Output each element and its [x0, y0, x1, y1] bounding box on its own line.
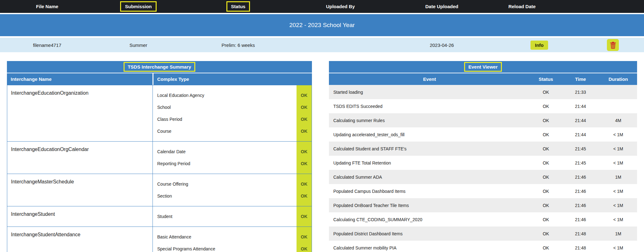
- column-header-interchange-name: Interchange Name: [7, 73, 153, 85]
- date-uploaded-value: 2023-04-26: [387, 42, 497, 48]
- event-viewer-title-bar: Event Viewer: [329, 61, 637, 73]
- time-cell: 21:46: [562, 189, 599, 194]
- time-cell: 21:45: [562, 146, 599, 151]
- complex-type-row: Reporting Period OK: [153, 158, 312, 170]
- time-cell: 21:44: [562, 104, 599, 109]
- event-row: Populated District Dashboard Items OK 21…: [329, 227, 637, 241]
- event-row: Calculating summer Rules OK 21:44 4M: [329, 113, 637, 127]
- delete-button[interactable]: [607, 39, 619, 51]
- time-cell: 21:46: [562, 203, 599, 208]
- event-cell: Calculating summer Rules: [329, 118, 530, 123]
- complex-type-label: Basic Attendance: [153, 234, 297, 239]
- complex-type-row: Course Offering OK: [153, 178, 312, 190]
- school-year-banner: 2022 - 2023 School Year: [0, 14, 644, 36]
- info-button[interactable]: Info: [530, 41, 548, 50]
- interchange-row: InterchangeMasterSchedule Course Offerin…: [7, 174, 312, 206]
- complex-type-list: Local Education Agency OK School OK Clas…: [153, 85, 312, 141]
- event-viewer-highlight-box: Event Viewer: [464, 62, 502, 72]
- status-cell: OK: [530, 203, 562, 208]
- duration-cell: < 1M: [599, 217, 637, 222]
- time-cell: 21:44: [562, 132, 599, 137]
- complex-type-row: Section OK: [153, 190, 312, 202]
- column-header-time: Time: [562, 76, 599, 82]
- complex-type-label: Student: [153, 214, 297, 219]
- column-header-submission: Submission: [94, 1, 182, 12]
- interchange-row: InterchangeStudent Student OK: [7, 206, 312, 227]
- status-cell: OK: [530, 217, 562, 222]
- event-cell: Populated Campus Dashboard Items: [329, 189, 530, 194]
- complex-type-label: Class Period: [153, 117, 297, 122]
- status-cell: OK: [530, 231, 562, 236]
- status-cell: OK: [530, 146, 562, 151]
- column-label: Uploaded By: [326, 4, 355, 9]
- complex-type-label: Local Education Agency: [153, 93, 297, 98]
- status-cell: OK: [530, 245, 562, 250]
- event-row: Calculated Student and STAFF FTE's OK 21…: [329, 142, 637, 156]
- status-cell: OK: [530, 175, 562, 180]
- column-header-uploaded-by: Uploaded By: [294, 4, 387, 9]
- submission-highlight-box: Submission: [120, 1, 156, 12]
- time-cell: 21:44: [562, 118, 599, 123]
- column-header-event: Event: [329, 76, 530, 82]
- complex-type-list: Student OK: [153, 206, 312, 227]
- duration-cell: < 1M: [599, 132, 637, 137]
- interchange-row: InterchangeStudentAttendance Basic Atten…: [7, 227, 312, 252]
- complex-type-status: OK: [297, 93, 312, 98]
- event-viewer-panel: Event Viewer Event Status Time Duration …: [329, 61, 637, 252]
- complex-type-status: OK: [297, 234, 312, 239]
- complex-type-label: Section: [153, 193, 297, 199]
- interchange-summary-title-bar: TSDS Interchange Summary: [7, 61, 312, 73]
- complex-type-row: School OK: [153, 101, 312, 113]
- duration-cell: 1M: [599, 231, 637, 236]
- column-header-status: Status: [182, 1, 294, 12]
- event-cell: Calculated Student and STAFF FTE's: [329, 146, 530, 151]
- complex-type-status: OK: [297, 246, 312, 251]
- status-highlight-box: Status: [226, 1, 250, 12]
- event-cell: Populated District Dashboard Items: [329, 231, 530, 236]
- status-cell: OK: [530, 90, 562, 95]
- event-cell: Calculated Summer mobility PIA: [329, 245, 530, 250]
- event-cell: Updating accelerated_tester_ods_fill: [329, 132, 530, 137]
- interchange-table-body: InterchangeEducationOrganization Local E…: [7, 85, 312, 252]
- column-label: File Name: [36, 4, 58, 9]
- interchange-name: InterchangeStudent: [7, 206, 153, 227]
- event-row: Updating FTE Total Retention OK 21:45 < …: [329, 156, 637, 170]
- status-value: Prelim: 6 weeks: [182, 42, 294, 48]
- interchange-name: InterchangeEducationOrgCalendar: [7, 142, 153, 174]
- complex-type-row: Calendar Date OK: [153, 146, 312, 158]
- time-cell: 21:46: [562, 217, 599, 222]
- time-cell: 21:48: [562, 231, 599, 236]
- event-row: TSDS EDITS Succeeded OK 21:44: [329, 99, 637, 113]
- status-cell: OK: [530, 160, 562, 165]
- event-cell: TSDS EDITS Succeeded: [329, 104, 530, 109]
- event-viewer-title: Event Viewer: [468, 64, 497, 70]
- status-cell: OK: [530, 118, 562, 123]
- status-cell: OK: [530, 189, 562, 194]
- complex-type-status: OK: [297, 161, 312, 166]
- complex-type-row: Class Period OK: [153, 113, 312, 125]
- column-label: Submission: [125, 4, 152, 9]
- column-label: Status: [231, 4, 246, 9]
- time-cell: 21:45: [562, 160, 599, 165]
- complex-type-label: Calendar Date: [153, 149, 297, 154]
- complex-type-row: Basic Attendance OK: [153, 231, 312, 243]
- submission-value: Summer: [94, 42, 182, 48]
- duration-cell: 1M: [599, 175, 637, 180]
- event-row: Updating accelerated_tester_ods_fill OK …: [329, 127, 637, 142]
- file-table-row: filename4717 Summer Prelim: 6 weeks 2023…: [0, 38, 644, 52]
- event-cell: Started loading: [329, 90, 530, 95]
- complex-type-status: OK: [297, 129, 312, 134]
- complex-type-status: OK: [297, 214, 312, 219]
- column-label: Reload Date: [508, 4, 536, 9]
- complex-type-label: Special Programs Attendance: [153, 246, 297, 251]
- duration-cell: 4M: [599, 118, 637, 123]
- trash-icon: [609, 41, 617, 49]
- column-label: Date Uploaded: [425, 4, 458, 9]
- panels-area: TSDS Interchange Summary Interchange Nam…: [0, 52, 644, 252]
- event-cell: Updating FTE Total Retention: [329, 160, 530, 165]
- complex-type-list: Course Offering OK Section OK: [153, 174, 312, 206]
- duration-cell: < 1M: [599, 245, 637, 250]
- interchange-row: InterchangeEducationOrgCalendar Calendar…: [7, 141, 312, 174]
- complex-type-row: Local Education Agency OK: [153, 89, 312, 101]
- column-header-event-status: Status: [530, 76, 562, 82]
